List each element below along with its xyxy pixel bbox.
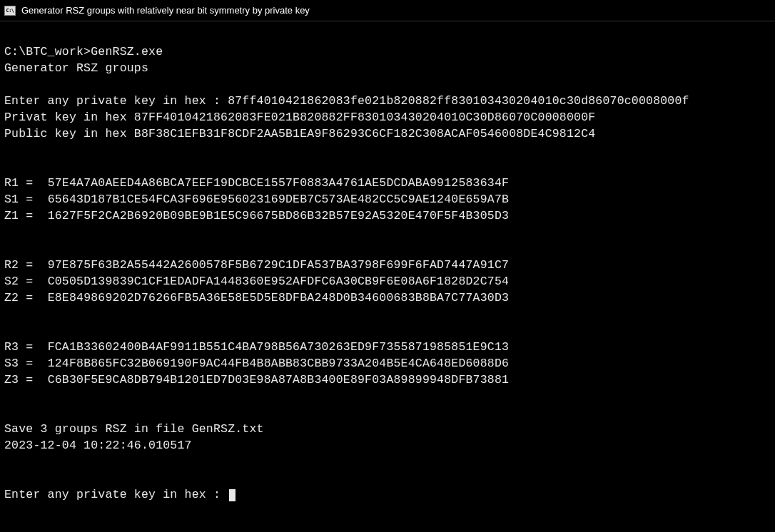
header-line: Generator RSZ groups [4,61,148,75]
terminal-output[interactable]: C:\BTC_work>GenRSZ.exe Generator RSZ gro… [0,21,775,508]
s2-value: C0505D139839C1CF1EDADFA1448360E952AFDFC6… [48,275,510,288]
window-title: Generator RSZ groups with relatively nea… [21,5,310,16]
command-text: GenRSZ.exe [91,45,163,58]
r1-value: 57E4A7A0AEED4A86BCA7EEF19DCBCE1557F0883A… [48,176,510,190]
s3-label: S3 = [4,357,48,370]
r2-value: 97E875F63B2A55442A2600578F5B6729C1DFA537… [48,258,510,272]
r2-label: R2 = [4,258,48,272]
z2-value: E8E849869202D76266FB5A36E58E5D5E8DFBA248… [48,291,510,305]
s1-value: 65643D187B1CE54FCA3F696E956023169DEB7C57… [48,193,510,206]
pub-key-value: B8F38C1EFB31F8CDF2AA5B1EA9F86293C6CF182C… [134,127,596,140]
window-titlebar[interactable]: C:\ Generator RSZ groups with relatively… [0,0,775,21]
r1-label: R1 = [4,176,48,190]
z2-label: Z2 = [4,291,48,305]
input-prompt-label: Enter any private key in hex : [4,94,228,108]
z1-value: 1627F5F2CA2B6920B09BE9B1E5C96675BD86B32B… [48,209,510,222]
priv-key-label: Privat key in hex [4,111,134,124]
prompt-path: C:\BTC_work> [4,45,91,58]
z3-value: C6B30F5E9CA8DB794B1201ED7D03E98A87A8B340… [48,373,510,387]
z3-label: Z3 = [4,373,48,387]
cursor-icon [229,489,235,501]
input-value: 87ff4010421862083fe021b820882ff830103430… [228,94,689,108]
save-line: Save 3 groups RSZ in file GenRSZ.txt [4,422,264,436]
priv-key-value: 87FF4010421862083FE021B820882FF830103430… [134,111,596,124]
r3-label: R3 = [4,340,48,354]
pub-key-label: Public key in hex [4,127,134,140]
next-prompt-label: Enter any private key in hex : [4,488,228,501]
s2-label: S2 = [4,275,48,288]
s3-value: 124F8B865FC32B069190F9AC44FB4B8ABB83CBB9… [48,357,510,370]
z1-label: Z1 = [4,209,48,222]
timestamp: 2023-12-04 10:22:46.010517 [4,439,192,452]
s1-label: S1 = [4,193,48,206]
r3-value: FCA1B33602400B4AF9911B551C4BA798B56A7302… [48,340,510,354]
app-icon: C:\ [4,6,16,16]
